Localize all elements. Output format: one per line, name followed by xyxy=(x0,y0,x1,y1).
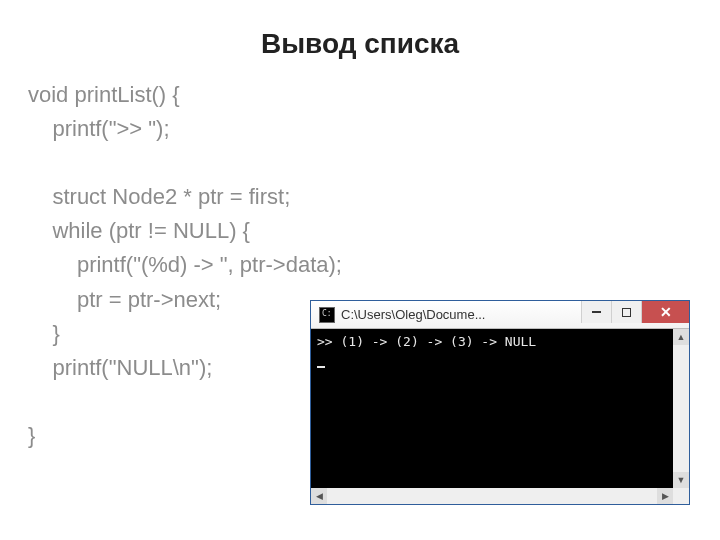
code-line: printf("NULL\n"); xyxy=(28,355,212,380)
code-line: } xyxy=(28,321,60,346)
window-controls: ✕ xyxy=(581,301,689,323)
window-titlebar[interactable]: C:\Users\Oleg\Docume... ✕ xyxy=(311,301,689,329)
app-icon xyxy=(319,307,335,323)
scroll-left-icon[interactable]: ◀ xyxy=(311,488,327,504)
code-line: } xyxy=(28,423,35,448)
window-title: C:\Users\Oleg\Docume... xyxy=(341,307,581,322)
console-window: C:\Users\Oleg\Docume... ✕ >> (1) -> (2) … xyxy=(310,300,690,505)
minimize-button[interactable] xyxy=(581,301,611,323)
vertical-scrollbar[interactable]: ▲ ▼ xyxy=(673,329,689,488)
code-line: while (ptr != NULL) { xyxy=(28,218,250,243)
maximize-button[interactable] xyxy=(611,301,641,323)
code-line: printf(">> "); xyxy=(28,116,170,141)
cursor xyxy=(317,366,325,368)
code-line: void printList() { xyxy=(28,82,180,107)
horizontal-scrollbar[interactable]: ◀ ▶ xyxy=(311,488,673,504)
console-output-area: >> (1) -> (2) -> (3) -> NULL xyxy=(311,329,673,488)
console-output: >> (1) -> (2) -> (3) -> NULL xyxy=(317,334,536,349)
scroll-track[interactable] xyxy=(673,345,689,472)
scrollbar-corner xyxy=(673,488,689,504)
scroll-track[interactable] xyxy=(327,488,657,504)
scroll-right-icon[interactable]: ▶ xyxy=(657,488,673,504)
close-button[interactable]: ✕ xyxy=(641,301,689,323)
scroll-down-icon[interactable]: ▼ xyxy=(673,472,689,488)
code-line: ptr = ptr->next; xyxy=(28,287,221,312)
scroll-up-icon[interactable]: ▲ xyxy=(673,329,689,345)
slide-title: Вывод списка xyxy=(0,0,720,78)
code-line: printf("(%d) -> ", ptr->data); xyxy=(28,252,342,277)
code-line: struct Node2 * ptr = first; xyxy=(28,184,290,209)
